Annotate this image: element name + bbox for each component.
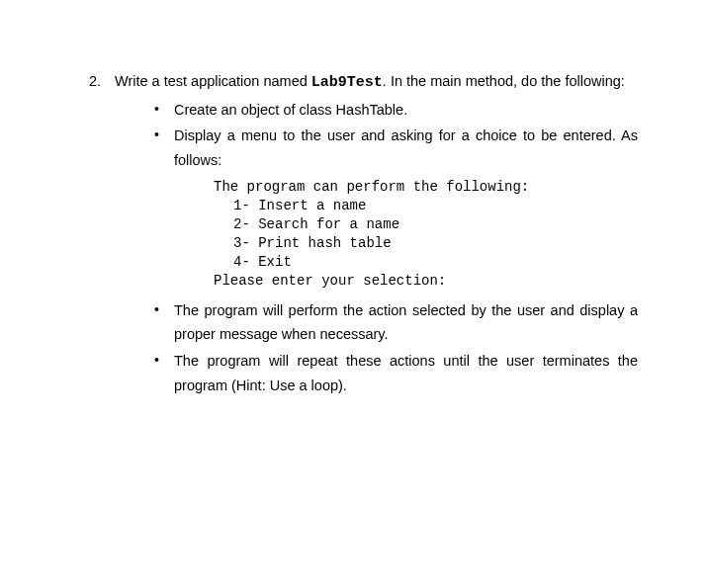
bullet-marker: • <box>154 298 174 347</box>
code-line-2: 1- Insert a name <box>233 198 366 213</box>
bullet-list: • Create an object of class HashTable. •… <box>154 98 638 398</box>
bullet-text-3: The program will perform the action sele… <box>174 298 638 347</box>
intro-text-part2: . In the main method, do the following: <box>383 73 625 89</box>
code-line-6: Please enter your selection: <box>214 273 446 289</box>
bullet-marker: • <box>154 349 174 397</box>
code-line-1: The program can perform the following: <box>214 179 529 195</box>
item-number: 2. <box>89 69 113 399</box>
code-line-3: 2- Search for a name <box>233 216 399 232</box>
bullet-text-4: The program will repeat these actions un… <box>174 349 638 397</box>
numbered-item-2: 2. Write a test application named Lab9Te… <box>89 69 638 399</box>
bullet-item-1: • Create an object of class HashTable. <box>154 98 638 123</box>
bullet-text-2: Display a menu to the user and asking fo… <box>174 124 638 172</box>
bullet-item-2: • Display a menu to the user and asking … <box>154 124 638 172</box>
bullet-marker: • <box>154 98 174 123</box>
code-line-5: 4- Exit <box>233 254 292 270</box>
code-line-4: 3- Print hash table <box>233 235 392 251</box>
code-block: The program can perform the following: 1… <box>214 178 638 290</box>
item-intro: Write a test application named Lab9Test.… <box>115 69 638 96</box>
intro-text-part1: Write a test application named <box>115 73 311 89</box>
item-content: Write a test application named Lab9Test.… <box>115 69 638 399</box>
bullet-item-3: • The program will perform the action se… <box>154 298 638 347</box>
bullet-text-1: Create an object of class HashTable. <box>174 98 638 123</box>
bullet-item-4: • The program will repeat these actions … <box>154 349 638 397</box>
bullet-marker: • <box>154 124 174 172</box>
app-name: Lab9Test <box>311 74 383 91</box>
